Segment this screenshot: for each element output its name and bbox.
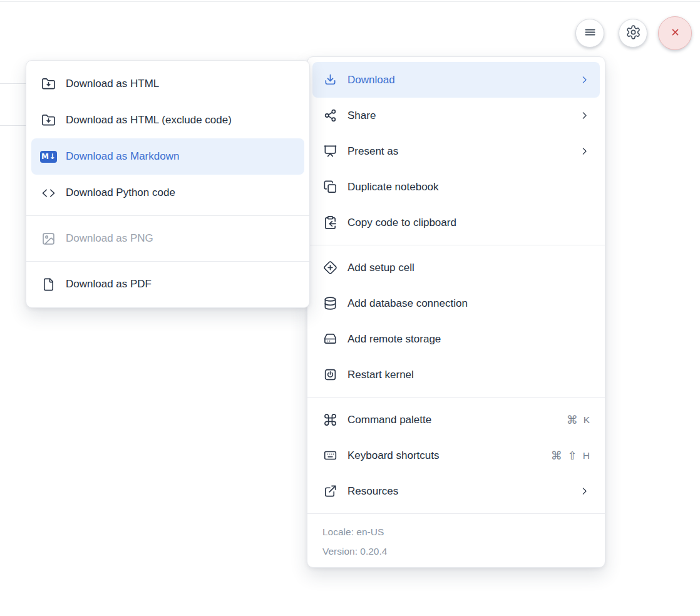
- page-top-border: [0, 1, 700, 2]
- close-icon: [668, 25, 682, 42]
- menu-item-label: Download as PDF: [66, 278, 296, 290]
- download-icon: [322, 73, 337, 88]
- chevron-right-icon: [579, 110, 590, 121]
- menu-item-label: Copy code to clipboard: [347, 217, 590, 229]
- version-text: Version: 0.20.4: [322, 542, 590, 561]
- markdown-badge-icon: M↓: [40, 149, 57, 164]
- menu-item-download-python-code[interactable]: Download Python code: [31, 175, 304, 211]
- notebook-actions-menu: DownloadSharePresent asDuplicate noteboo…: [307, 56, 605, 568]
- menu-item-label: Download Python code: [66, 187, 296, 199]
- menu-item-share[interactable]: Share: [312, 98, 600, 133]
- hamburger-icon: [582, 24, 598, 43]
- menu-item-restart-kernel[interactable]: Restart kernel: [312, 357, 600, 393]
- menu-item-label: Download as HTML (exclude code): [66, 114, 296, 126]
- folder-down-icon: [40, 76, 57, 91]
- menu-divider: [307, 513, 605, 514]
- menu-item-download-as-html-exclude-code[interactable]: Download as HTML (exclude code): [31, 102, 304, 138]
- background-cell-border: [0, 83, 26, 84]
- menu-item-keyboard-shortcuts[interactable]: Keyboard shortcuts⌘⇧H: [312, 438, 600, 473]
- background-cell-border: [0, 125, 26, 126]
- menu-item-resources[interactable]: Resources: [312, 473, 600, 509]
- menu-item-present-as[interactable]: Present as: [312, 133, 600, 169]
- folder-down-icon: [40, 113, 57, 128]
- menu-item-label: Resources: [347, 485, 569, 498]
- database-icon: [322, 296, 337, 311]
- menu-item-command-palette[interactable]: Command palette⌘K: [312, 402, 600, 438]
- menu-item-label: Command palette: [347, 414, 557, 426]
- power-square-icon: [322, 367, 337, 382]
- menu-item-add-database-connection[interactable]: Add database connection: [312, 285, 600, 321]
- menu-item-download-as-png[interactable]: Download as PNG: [31, 220, 304, 257]
- menu-item-duplicate-notebook[interactable]: Duplicate notebook: [312, 169, 600, 205]
- copy-icon: [322, 180, 337, 195]
- presentation-icon: [322, 144, 337, 159]
- menu-divider: [307, 245, 605, 245]
- menu-item-download[interactable]: Download: [312, 62, 600, 98]
- download-submenu: Download as HTMLDownload as HTML (exclud…: [26, 60, 310, 308]
- diamond-plus-icon: [322, 260, 337, 275]
- chevron-right-icon: [579, 486, 590, 496]
- menu-item-label: Present as: [347, 145, 569, 158]
- code-icon: [40, 185, 57, 200]
- menu-item-label: Share: [347, 110, 569, 122]
- shortcut-key: ⇧: [568, 449, 577, 462]
- menu-item-label: Add database connection: [347, 297, 590, 310]
- markdown-badge-icon: M↓: [40, 151, 57, 163]
- menu-item-label: Keyboard shortcuts: [347, 449, 541, 462]
- image-icon: [40, 231, 57, 246]
- notebook-menu-button[interactable]: [575, 19, 604, 48]
- menu-divider: [26, 261, 309, 262]
- share-icon: [322, 108, 337, 123]
- menu-item-label: Download as PNG: [66, 232, 296, 245]
- settings-button[interactable]: [619, 19, 647, 48]
- menu-divider: [307, 397, 605, 398]
- shortcut-key: K: [584, 414, 590, 426]
- menu-item-label: Add setup cell: [347, 262, 590, 274]
- locale-text: Locale: en-US: [322, 522, 590, 542]
- menu-item-copy-code-to-clipboard[interactable]: Copy code to clipboard: [312, 205, 600, 240]
- hard-drive-icon: [322, 332, 337, 347]
- command-icon: [322, 413, 337, 428]
- shortcut-key: ⌘: [567, 413, 578, 426]
- menu-item-download-as-markdown[interactable]: M↓Download as Markdown: [31, 138, 304, 175]
- chevron-right-icon: [579, 146, 590, 157]
- menu-item-add-setup-cell[interactable]: Add setup cell: [312, 250, 600, 285]
- menu-footer: Locale: en-USVersion: 0.20.4: [312, 518, 600, 562]
- menu-item-label: Download as HTML: [66, 78, 296, 90]
- file-icon: [40, 277, 57, 292]
- menu-item-label: Download: [347, 74, 569, 86]
- close-button[interactable]: [658, 16, 692, 50]
- menu-item-download-as-html[interactable]: Download as HTML: [31, 66, 304, 102]
- menu-divider: [26, 215, 309, 216]
- menu-item-label: Download as Markdown: [66, 150, 296, 163]
- menu-item-label: Restart kernel: [347, 369, 590, 381]
- menu-item-label: Duplicate notebook: [347, 181, 590, 193]
- chevron-right-icon: [579, 74, 590, 85]
- external-link-icon: [322, 484, 337, 499]
- menu-item-label: Add remote storage: [347, 333, 590, 346]
- clipboard-copy-icon: [322, 215, 337, 230]
- shortcut-key: H: [583, 450, 590, 461]
- keyboard-icon: [322, 448, 337, 463]
- menu-item-add-remote-storage[interactable]: Add remote storage: [312, 321, 600, 357]
- menu-item-download-as-pdf[interactable]: Download as PDF: [31, 266, 304, 302]
- shortcut-key: ⌘: [551, 449, 562, 462]
- gear-icon: [625, 24, 641, 43]
